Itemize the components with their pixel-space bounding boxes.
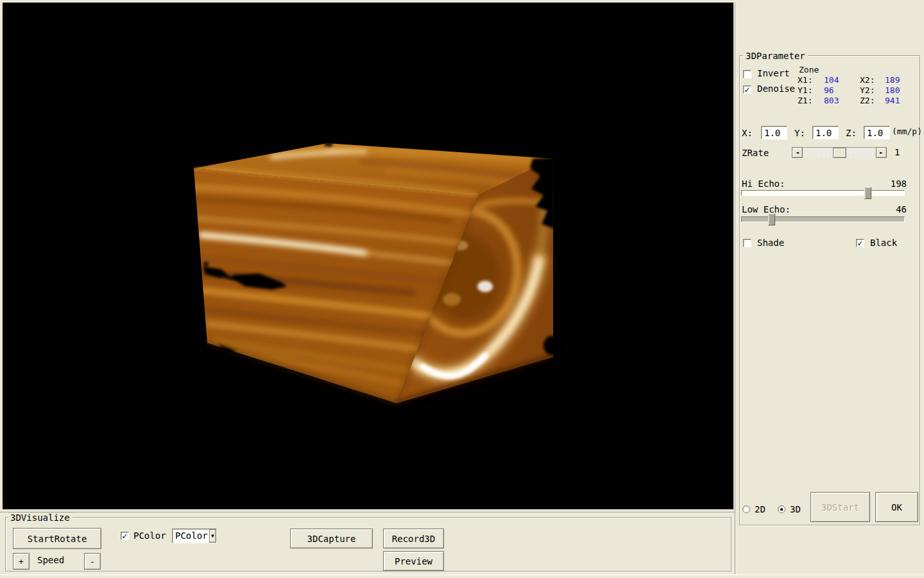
hi-echo-slider-thumb[interactable] <box>864 187 871 199</box>
zone-y1-value: 96 <box>824 85 834 95</box>
scale-unit-label: (mm/p) <box>892 127 922 136</box>
denoise-label: Denoise <box>757 83 795 94</box>
hi-echo-slider-track[interactable] <box>741 190 905 196</box>
3dvisualize-group-label: 3DVisualize <box>8 512 73 523</box>
zone-x2-label: X2: <box>860 75 875 85</box>
scale-y-label: Y: <box>794 128 805 138</box>
volume-render <box>3 3 733 509</box>
shade-checkbox[interactable] <box>743 239 751 247</box>
zone-y1-label: Y1: <box>798 85 812 95</box>
zone-x1-value: 104 <box>824 75 839 85</box>
zone-z1-value: 803 <box>824 96 839 105</box>
scale-z-input[interactable] <box>864 126 890 139</box>
3dcapture-button[interactable]: 3DCapture <box>290 529 373 548</box>
invert-checkbox[interactable] <box>743 70 751 78</box>
mode-3d-radio[interactable]: ● <box>778 505 785 513</box>
ok-button[interactable]: OK <box>875 492 918 522</box>
zrate-scroll-track[interactable] <box>803 147 876 158</box>
zone-x2-value: 189 <box>885 75 900 85</box>
shade-label: Shade <box>757 238 784 248</box>
low-echo-label: Low Echo: <box>742 204 791 215</box>
zrate-scroll-thumb[interactable] <box>833 148 846 158</box>
start-rotate-button[interactable]: StartRotate <box>13 528 101 549</box>
3dparameter-group-label: 3DParameter <box>743 51 808 61</box>
panel-divider-vertical <box>735 3 736 575</box>
zrate-label: ZRate <box>742 148 769 158</box>
zone-z2-label: Z2: <box>860 96 875 105</box>
mode-2d-label: 2D <box>755 504 766 514</box>
app-window: 3DParameter Invert ✓ Denoise Zone X1: 10… <box>0 0 924 578</box>
low-echo-slider-track[interactable] <box>741 216 905 222</box>
zrate-value: 1 <box>894 147 900 157</box>
zone-z2-value: 941 <box>885 96 900 105</box>
speed-minus-button[interactable]: - <box>84 553 101 570</box>
pcolor-label: PColor <box>133 530 166 541</box>
black-label: Black <box>870 238 897 248</box>
black-checkbox[interactable]: ✓ <box>856 239 864 247</box>
scale-y-input[interactable] <box>812 126 839 139</box>
hi-echo-label: Hi Echo: <box>742 179 785 189</box>
zone-x1-label: X1: <box>798 75 812 85</box>
scale-x-label: X: <box>742 128 753 138</box>
3d-viewport[interactable] <box>3 3 733 509</box>
dropdown-arrow-icon: ▼ <box>211 533 214 539</box>
zone-y2-value: 180 <box>885 85 900 95</box>
pcolor-dropdown-button[interactable]: ▼ <box>209 529 216 543</box>
pcolor-checkbox[interactable]: ✓ <box>121 532 129 540</box>
mode-2d-radio[interactable] <box>742 505 750 513</box>
mode-3d-label: 3D <box>790 504 801 514</box>
pcolor-dropdown[interactable]: PColor ▼ <box>172 529 217 543</box>
arrow-left-icon: ◄ <box>796 150 799 155</box>
zrate-scroll-left-button[interactable]: ◄ <box>792 147 803 158</box>
speed-plus-button[interactable]: + <box>13 553 30 570</box>
record3d-button[interactable]: Record3D <box>383 529 444 548</box>
zrate-scroll-right-button[interactable]: ► <box>876 147 887 158</box>
arrow-right-icon: ► <box>880 150 883 155</box>
window-bottom-edge <box>0 574 924 575</box>
3dstart-button[interactable]: 3DStart <box>810 492 870 522</box>
invert-label: Invert <box>757 68 790 78</box>
zone-y2-label: Y2: <box>860 85 875 95</box>
panel-divider-horizontal <box>0 512 735 513</box>
hi-echo-value: 198 <box>886 179 907 189</box>
pcolor-dropdown-value: PColor <box>173 529 209 543</box>
denoise-checkbox[interactable]: ✓ <box>743 85 751 94</box>
scale-z-label: Z: <box>846 128 857 138</box>
scale-x-input[interactable] <box>761 126 787 139</box>
zone-title: Zone <box>799 65 819 74</box>
low-echo-slider-thumb[interactable] <box>768 213 775 225</box>
speed-label: Speed <box>37 555 64 565</box>
zone-z1-label: Z1: <box>798 96 812 105</box>
preview-button[interactable]: Preview <box>383 551 444 571</box>
zrate-scrollbar[interactable]: ◄ ► <box>792 147 887 158</box>
low-echo-value: 46 <box>886 204 907 215</box>
